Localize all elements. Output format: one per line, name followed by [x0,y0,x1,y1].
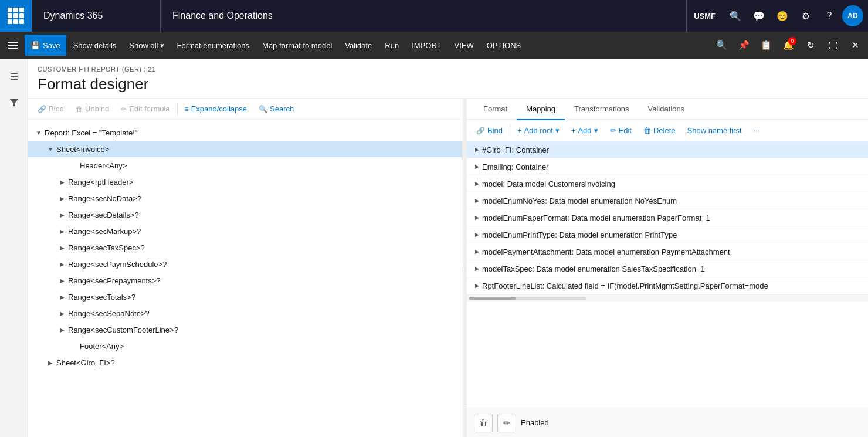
expand-icon[interactable]: ▶ [472,178,482,189]
hamburger-button[interactable] [2,35,23,56]
expand-icon[interactable]: ▶ [56,192,68,204]
show-name-first-button[interactable]: Show name first [683,124,747,137]
emoji-icon-btn[interactable]: 😊 [772,5,793,26]
logo[interactable] [0,0,32,32]
expand-icon[interactable]: ▶ [472,144,482,155]
edit-bottom-button[interactable]: ✏ [497,414,516,432]
tree-item[interactable]: ▶ Range<secSepaNote>? [28,305,462,321]
save-button[interactable]: 💾 Save [25,35,66,56]
tree-item[interactable]: Header<Any> [28,157,462,174]
expand-icon[interactable]: ▶ [472,263,482,274]
mapping-item[interactable]: ▶ modelEnumPrintType: Data model enumera… [467,226,868,243]
avatar[interactable]: AD [842,5,863,26]
tree-item[interactable]: ▶ Range<secPaymSchedule>? [28,256,462,272]
expand-icon[interactable]: ▶ [56,176,68,188]
chevron-down-icon: ▾ [555,126,560,135]
chat-icon-btn[interactable]: 💬 [748,5,769,26]
refresh-icon[interactable]: ↻ [800,35,821,56]
mapping-item[interactable]: ▶ modelTaxSpec: Data model enumeration S… [467,260,868,277]
expand-icon[interactable]: ▶ [56,291,68,303]
expand-icon[interactable]: ▶ [472,246,482,257]
close-icon[interactable]: ✕ [845,35,866,56]
map-format-to-model-button[interactable]: Map format to model [256,35,338,56]
mapping-item-text: #Giro_FI: Container [482,145,549,154]
search-icon-btn[interactable]: 🔍 [725,5,746,26]
mapping-bind-button[interactable]: 🔗 Bind [472,124,507,137]
run-button[interactable]: Run [379,35,405,56]
search-action-icon[interactable]: 🔍 [711,35,732,56]
tab-mapping[interactable]: Mapping [517,99,565,120]
tab-format[interactable]: Format [474,99,517,120]
expand-icon[interactable]: ▼ [45,143,56,155]
tree-item[interactable]: Footer<Any> [28,338,462,354]
validate-button[interactable]: Validate [339,35,378,56]
mapping-item[interactable]: ▶ Emailing: Container [467,158,868,175]
add-button[interactable]: + Add ▾ [567,124,603,137]
mapping-item[interactable]: ▶ #Giro_FI: Container [467,141,868,158]
tree-item[interactable]: ▶ Range<secPrepayments>? [28,272,462,289]
expand-icon[interactable]: ▶ [472,161,482,172]
pencil-icon: ✏ [121,105,127,113]
expand-icon[interactable]: ▶ [472,195,482,206]
menu-icon[interactable]: ☰ [4,66,25,87]
mapping-item[interactable]: ▶ modelPaymentAttachment: Data model enu… [467,243,868,260]
mapping-item[interactable]: ▶ RptFooterLineList: Calculated field = … [467,277,868,294]
edit-formula-button[interactable]: ✏ Edit formula [116,102,174,116]
office-icon[interactable]: 📋 [755,35,777,56]
expand-icon[interactable]: ▶ [56,242,68,253]
tree-item[interactable]: ▶ Range<secTotals>? [28,289,462,305]
expand-icon[interactable]: ▶ [56,209,68,221]
expand-icon[interactable]: ▶ [472,229,482,240]
settings-icon-btn[interactable]: ⚙ [795,5,816,26]
mapping-item[interactable]: ▶ model: Data model CustomersInvoicing [467,175,868,192]
more-options-button[interactable]: ··· [749,124,765,137]
options-button[interactable]: OPTIONS [481,35,527,56]
show-all-button[interactable]: Show all ▾ [123,35,169,56]
tree-item[interactable]: ▶ Range<secCustomFooterLine>? [28,321,462,338]
delete-button[interactable]: 🗑 Delete [639,124,680,137]
expand-collapse-button[interactable]: ≡ Expand/collapse [180,102,252,116]
tree-item[interactable]: ▶ Range<secDetails>? [28,206,462,223]
expand-icon[interactable]: ▼ [33,127,45,138]
help-icon-btn[interactable]: ? [819,5,840,26]
tree-item[interactable]: ▶ Range<secMarkup>? [28,223,462,239]
expand-icon[interactable]: ▶ [56,275,68,286]
expand-icon[interactable]: ▶ [56,307,68,319]
expand-icon[interactable]: ▶ [56,258,68,270]
tree-item[interactable]: ▶ Sheet<Giro_FI>? [28,354,462,371]
tab-validations[interactable]: Validations [638,99,694,120]
expand-icon[interactable]: ▶ [472,212,482,223]
drag-handle[interactable]: ⋮ [462,99,467,437]
import-button[interactable]: IMPORT [406,35,447,56]
add-root-button[interactable]: + Add root ▾ [513,124,564,137]
search-button[interactable]: 🔍 Search [254,102,299,116]
unbind-button[interactable]: 🗑 Unbind [71,102,114,116]
badge-icon[interactable]: 🔔 0 [778,35,799,56]
tree-item[interactable]: ▼ Sheet<Invoice> [28,141,462,157]
mapping-container[interactable]: ▶ #Giro_FI: Container ▶ Emailing: Contai… [467,141,868,408]
expand-icon[interactable]: ▶ [56,225,68,237]
expand-icon[interactable]: ▶ [56,324,68,336]
horizontal-scrollbar[interactable] [467,294,868,302]
show-details-button[interactable]: Show details [67,35,123,56]
tree-container[interactable]: ▼ Report: Excel = "Template!" ▼ Sheet<In… [28,120,462,437]
filter-icon[interactable] [4,92,25,113]
scroll-thumb[interactable] [469,297,516,300]
expand-icon[interactable]: ▶ [472,280,482,291]
expand-icon[interactable]: ▶ [45,357,56,368]
tree-item[interactable]: ▶ Range<secTaxSpec>? [28,239,462,256]
view-button[interactable]: VIEW [448,35,479,56]
content-split: 🔗 Bind 🗑 Unbind ✏ Edit formula ≡ Expa [28,99,868,437]
tree-item[interactable]: ▼ Report: Excel = "Template!" [28,124,462,141]
delete-bottom-button[interactable]: 🗑 [474,414,493,432]
fullscreen-icon[interactable]: ⛶ [822,35,843,56]
tree-item[interactable]: ▶ Range<secNoData>? [28,190,462,206]
mapping-item[interactable]: ▶ modelEnumPaperFormat: Data model enume… [467,209,868,226]
mapping-item[interactable]: ▶ modelEnumNoYes: Data model enumeration… [467,192,868,209]
format-enumerations-button[interactable]: Format enumerations [171,35,256,56]
edit-button[interactable]: ✏ Edit [605,124,636,137]
pin-icon[interactable]: 📌 [733,35,754,56]
tab-transformations[interactable]: Transformations [565,99,638,120]
tree-item[interactable]: ▶ Range<rptHeader> [28,174,462,190]
bind-button[interactable]: 🔗 Bind [33,102,69,116]
